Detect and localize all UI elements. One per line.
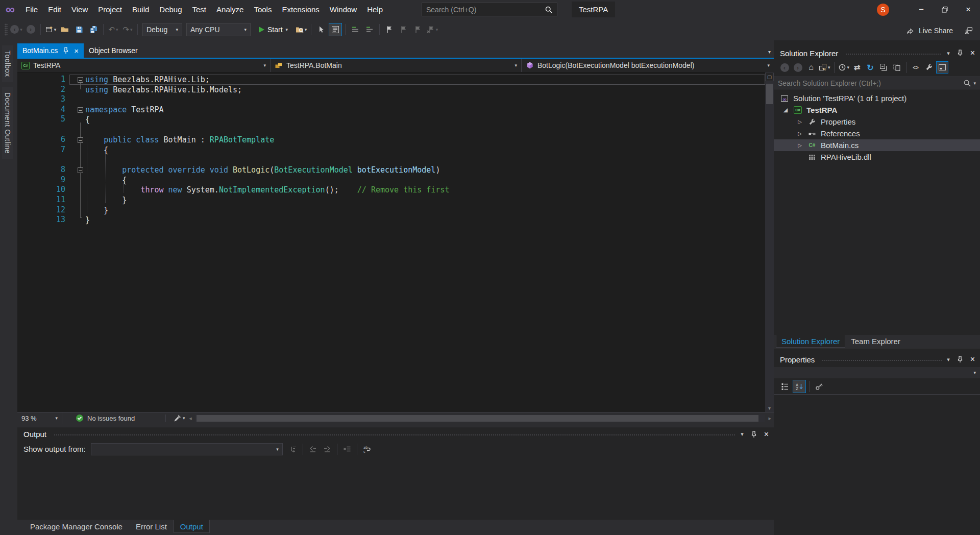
solution-configurations-combo[interactable]: Debug▾ bbox=[142, 23, 182, 36]
toggle-bookmark-button[interactable] bbox=[383, 23, 396, 36]
line-number[interactable]: 4 bbox=[17, 105, 69, 115]
tree-item-references[interactable]: ▷References bbox=[774, 128, 980, 139]
fold-margin[interactable]: – bbox=[70, 75, 85, 84]
line-number[interactable]: 7 bbox=[17, 145, 69, 155]
fold-margin[interactable]: – bbox=[70, 105, 85, 114]
fold-margin[interactable] bbox=[70, 95, 85, 104]
code-line-5[interactable]: 5{ bbox=[17, 114, 765, 125]
document-outline-button[interactable] bbox=[329, 23, 342, 36]
code-line-12[interactable]: 12 } bbox=[17, 205, 765, 215]
line-number[interactable]: 13 bbox=[17, 215, 69, 225]
tree-item-solution-testrpa-1-of-1-project-[interactable]: ∞Solution 'TestRPA' (1 of 1 project) bbox=[774, 92, 980, 104]
pin-icon[interactable] bbox=[750, 430, 758, 439]
collapsed-arrow-icon[interactable]: ▷ bbox=[793, 119, 806, 125]
clear-bookmarks-button[interactable]: ▾ bbox=[426, 23, 439, 36]
fold-margin[interactable]: – bbox=[70, 165, 85, 175]
bottom-tab-package-manager-console[interactable]: Package Manager Console bbox=[23, 520, 129, 533]
document-health-indicator[interactable]: No issues found bbox=[76, 414, 135, 422]
se-properties-button[interactable] bbox=[923, 61, 935, 74]
tree-item-botmain-cs[interactable]: ▷C#BotMain.cs bbox=[774, 139, 980, 151]
se-sync-active-document-button[interactable]: ⇄ bbox=[851, 61, 863, 74]
save-all-button[interactable] bbox=[87, 23, 100, 36]
menu-item-analyze[interactable]: Analyze bbox=[211, 0, 249, 19]
se-home-button[interactable]: ⌂ bbox=[805, 61, 817, 74]
close-icon[interactable]: × bbox=[970, 355, 975, 363]
fold-collapse-icon[interactable]: – bbox=[78, 77, 83, 83]
live-share-icon[interactable] bbox=[906, 27, 914, 35]
menu-item-debug[interactable]: Debug bbox=[154, 0, 187, 19]
code-line-4[interactable]: 4–namespace TestRPA bbox=[17, 105, 765, 115]
output-source-combo[interactable]: ▾ bbox=[91, 443, 283, 455]
code-line-9[interactable]: 9 { bbox=[17, 175, 765, 185]
line-number[interactable]: 8 bbox=[17, 165, 69, 175]
code-line-3[interactable]: 3 bbox=[17, 94, 765, 105]
select-pointer-button[interactable] bbox=[314, 23, 328, 36]
type-dropdown[interactable]: TestRPA.BotMain ▾ bbox=[271, 59, 522, 72]
vertical-scrollbar-thumb[interactable] bbox=[766, 84, 773, 104]
feedback-icon[interactable] bbox=[965, 27, 973, 35]
expanded-arrow-icon[interactable]: ◢ bbox=[779, 107, 792, 113]
navigate-forward-button[interactable]: › bbox=[24, 23, 37, 36]
live-share-label[interactable]: Live Share bbox=[919, 27, 953, 35]
out-word-wrap-button[interactable]: abc bbox=[360, 443, 374, 456]
project-dropdown[interactable]: C# TestRPA ▾ bbox=[17, 59, 271, 72]
se-pending-changes-filter-button[interactable]: ▾ bbox=[838, 61, 850, 74]
pin-icon[interactable] bbox=[956, 49, 964, 57]
code-line-13[interactable]: 13} bbox=[17, 215, 765, 225]
panel-tab-solution-explorer[interactable]: Solution Explorer bbox=[776, 335, 845, 348]
line-number[interactable]: 3 bbox=[17, 94, 69, 105]
pin-icon[interactable] bbox=[956, 355, 964, 363]
horizontal-scrollbar[interactable] bbox=[195, 415, 765, 422]
fold-collapse-icon[interactable]: – bbox=[78, 137, 83, 143]
code-line-11[interactable]: 11 } bbox=[17, 195, 765, 205]
scroll-down-arrow[interactable]: ▾ bbox=[765, 405, 774, 411]
save-button[interactable] bbox=[72, 23, 86, 36]
line-number[interactable]: 6 bbox=[17, 135, 69, 145]
se-view-code-button[interactable]: <> bbox=[910, 61, 922, 74]
line-number[interactable]: 1 bbox=[17, 75, 69, 85]
line-number[interactable]: 12 bbox=[17, 205, 69, 215]
scroll-right-arrow[interactable]: ▸ bbox=[766, 415, 774, 422]
next-bookmark-button[interactable] bbox=[411, 23, 425, 36]
split-editor-handle[interactable]: ▢ bbox=[765, 72, 774, 81]
properties-object-combo[interactable]: ▾ bbox=[774, 367, 980, 378]
solution-explorer-search-input[interactable]: Search Solution Explorer (Ctrl+;) ▾ bbox=[774, 77, 980, 89]
line-number[interactable]: 2 bbox=[17, 85, 69, 95]
horizontal-scrollbar-thumb[interactable] bbox=[197, 415, 759, 422]
menu-item-tools[interactable]: Tools bbox=[249, 0, 277, 19]
code-line-7[interactable]: 7 { bbox=[17, 145, 765, 155]
se-show-all-files-button[interactable] bbox=[891, 61, 903, 74]
avatar[interactable]: S bbox=[877, 4, 889, 16]
props-categorized-button[interactable] bbox=[778, 380, 792, 393]
menu-item-test[interactable]: Test bbox=[187, 0, 212, 19]
window-position-icon[interactable]: ▾ bbox=[947, 50, 950, 57]
se-switch-views-button[interactable]: ▾ bbox=[818, 61, 831, 74]
code-line-1[interactable]: 1–using Beezlabs.RPAHive.Lib; bbox=[17, 75, 765, 85]
new-project-button[interactable]: ▾ bbox=[44, 23, 57, 36]
open-file-button[interactable] bbox=[58, 23, 71, 36]
close-icon[interactable]: × bbox=[970, 49, 975, 57]
fold-margin[interactable] bbox=[70, 145, 85, 155]
menu-item-file[interactable]: File bbox=[20, 0, 43, 19]
se-refresh-button[interactable]: ↻ bbox=[864, 61, 876, 74]
collapsed-arrow-icon[interactable]: ▷ bbox=[793, 142, 806, 148]
bottom-tab-output[interactable]: Output bbox=[174, 520, 210, 533]
collapsed-arrow-icon[interactable]: ▷ bbox=[793, 131, 806, 136]
out-goto-source-button[interactable] bbox=[286, 443, 300, 456]
se-navigate-back-button[interactable]: ‹ bbox=[778, 61, 791, 74]
pin-icon[interactable] bbox=[62, 46, 70, 55]
search-icon[interactable] bbox=[963, 79, 971, 87]
bottom-tab-error-list[interactable]: Error List bbox=[129, 520, 174, 533]
left-strip-tab-toolbox[interactable]: Toolbox bbox=[2, 45, 13, 82]
fold-margin[interactable] bbox=[70, 115, 85, 124]
member-dropdown[interactable]: BotLogic(BotExecutionModel botExecutionM… bbox=[522, 59, 774, 72]
fold-margin[interactable] bbox=[70, 85, 85, 94]
code-line-10[interactable]: 10 throw new System.NotImplementedExcept… bbox=[17, 185, 765, 195]
code-editor[interactable]: 1–using Beezlabs.RPAHive.Lib;2using Beez… bbox=[17, 72, 774, 412]
close-icon[interactable]: × bbox=[764, 430, 769, 439]
se-collapse-all-button[interactable] bbox=[877, 61, 890, 74]
comment-out-button[interactable] bbox=[349, 23, 362, 36]
menu-item-build[interactable]: Build bbox=[127, 0, 154, 19]
left-strip-tab-document-outline[interactable]: Document Outline bbox=[2, 87, 13, 159]
panel-tab-team-explorer[interactable]: Team Explorer bbox=[845, 335, 906, 348]
